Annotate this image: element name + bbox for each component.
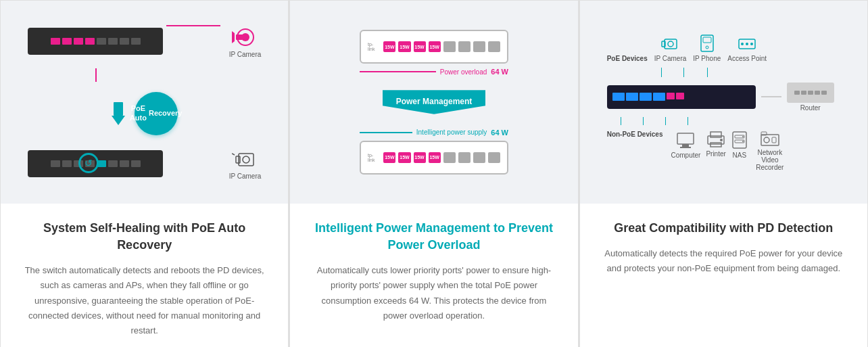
svg-point-5: [243, 156, 249, 163]
device-nvr: Network Video Recorder: [753, 131, 787, 171]
svg-rect-10: [662, 41, 665, 47]
supply-label: Intelligent power supply: [416, 129, 487, 136]
panel2-description: Automatically cuts lower priority ports'…: [310, 263, 557, 323]
overload-value: 64 W: [491, 68, 508, 76]
panel1-diagram: IP Camera PoE Auto Recovery: [1, 1, 288, 204]
panel2-text: Intelligent Power Management to Prevent …: [290, 204, 577, 347]
svg-point-17: [750, 43, 753, 45]
svg-point-16: [746, 43, 748, 45]
device-access-point: Access Point: [727, 34, 767, 62]
panel3-diagram: PoE Devices IP Camera: [580, 1, 867, 204]
panel-poe-auto-recovery: IP Camera PoE Auto Recovery: [0, 0, 289, 347]
router-label: Router: [800, 104, 821, 112]
svg-line-7: [232, 154, 235, 155]
panel2-title: Intelligent Power Management to Prevent …: [310, 220, 557, 254]
svg-rect-32: [772, 137, 776, 143]
device-ip-phone: IP Phone: [693, 34, 721, 62]
device-computer: Computer: [671, 131, 700, 159]
camera-icon-bottom: [232, 148, 259, 171]
panel-compatibility: PoE Devices IP Camera: [579, 0, 868, 347]
svg-rect-2: [236, 34, 243, 40]
panel2-diagram: tp-link 15W 15W 15W 15W Pow: [290, 1, 577, 204]
supply-value: 64 W: [491, 129, 508, 137]
camera-icon-top: [231, 25, 260, 49]
svg-rect-18: [677, 133, 694, 144]
switch-top: [28, 28, 163, 55]
poe-devices-label: PoE Devices: [607, 55, 648, 62]
poe-badge: PoE Auto Recovery: [135, 92, 178, 135]
svg-point-29: [742, 141, 744, 142]
panel3-description: Automatically detects the required PoE p…: [600, 246, 847, 276]
non-poe-devices-label: Non-PoE Devices: [607, 131, 663, 138]
camera-label-bottom: IP Camera: [229, 172, 262, 180]
device-ip-camera: IP Camera: [654, 37, 687, 62]
svg-point-15: [741, 43, 744, 45]
svg-point-24: [720, 139, 723, 141]
device-printer: Printer: [706, 131, 725, 158]
power-badge: Power Management: [396, 97, 473, 106]
switch-top-power: tp-link 15W 15W 15W 15W: [360, 30, 508, 64]
svg-rect-20: [680, 147, 691, 148]
overload-label: Power overload: [440, 68, 487, 76]
panel1-text: System Self-Healing with PoE Auto Recove…: [1, 204, 288, 347]
svg-point-31: [764, 137, 769, 143]
switch-bottom-power: tp-link 15W 15W 15W 15W: [360, 141, 508, 175]
panel3-text: Great Compatibility with PD Detection Au…: [580, 204, 867, 347]
svg-point-9: [668, 41, 673, 47]
svg-rect-19: [682, 144, 689, 147]
svg-point-28: [742, 136, 744, 137]
svg-marker-3: [232, 31, 235, 43]
svg-rect-12: [703, 37, 711, 43]
svg-rect-8: [665, 39, 677, 49]
svg-rect-23: [710, 143, 721, 147]
svg-rect-4: [239, 154, 254, 166]
device-nas: NAS: [731, 131, 748, 159]
svg-rect-6: [236, 156, 240, 163]
svg-rect-22: [710, 132, 721, 137]
panel1-description: The switch automatically detects and reb…: [21, 263, 268, 338]
router: [787, 83, 834, 103]
panel-power-management: tp-link 15W 15W 15W 15W Pow: [289, 0, 578, 347]
main-switch: [607, 85, 756, 109]
panel1-title: System Self-Healing with PoE Auto Recove…: [21, 220, 268, 254]
panel3-title: Great Compatibility with PD Detection: [600, 220, 847, 237]
svg-point-13: [706, 46, 708, 49]
camera-label-top: IP Camera: [229, 51, 262, 58]
